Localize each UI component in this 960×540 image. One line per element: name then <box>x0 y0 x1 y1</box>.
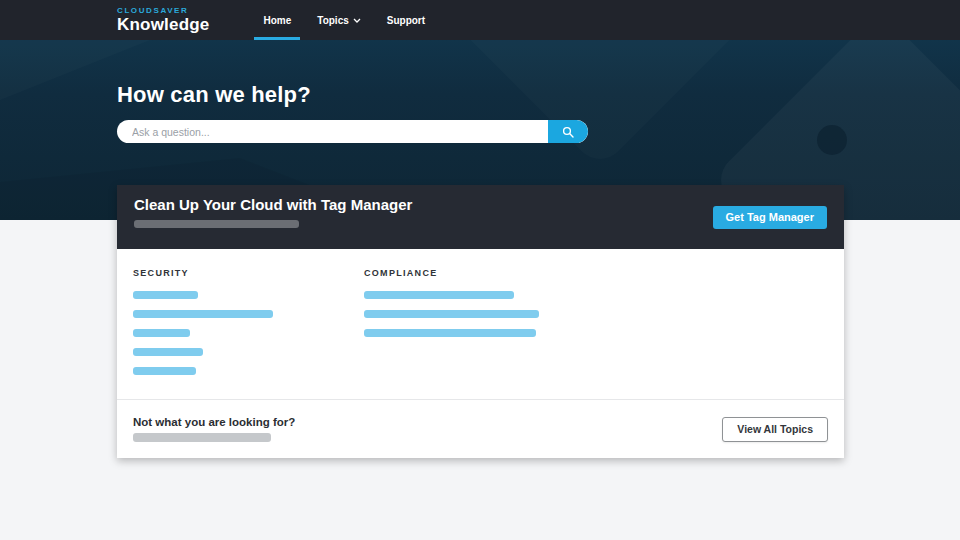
nav-item-home-label: Home <box>263 15 291 26</box>
skeleton-text-placeholder <box>133 310 273 318</box>
search-button[interactable] <box>548 120 588 143</box>
hero-title: How can we help? <box>117 82 311 108</box>
skeleton-text-placeholder <box>133 433 271 442</box>
promo-banner: Clean Up Your Cloud with Tag Manager Get… <box>117 185 844 249</box>
main-nav: Home Topics Support <box>250 0 438 40</box>
promo-banner-skeleton <box>134 220 412 228</box>
nav-item-support[interactable]: Support <box>378 0 434 40</box>
top-navbar: CLOUDSAVER Knowledge Home Topics Support <box>0 0 960 40</box>
topic-column-security: SECURITY <box>133 268 364 399</box>
skeleton-text-placeholder <box>133 291 198 299</box>
skeleton-text-placeholder <box>133 367 196 375</box>
brand-name: Knowledge <box>117 16 209 34</box>
view-all-topics-button[interactable]: View All Topics <box>722 417 828 442</box>
search-bar <box>117 120 588 143</box>
get-tag-manager-button[interactable]: Get Tag Manager <box>713 206 827 229</box>
brand-logo[interactable]: CLOUDSAVER Knowledge <box>117 0 209 40</box>
topic-column-compliance: COMPLIANCE <box>364 268 828 399</box>
skeleton-text-placeholder <box>364 291 514 299</box>
skeleton-text-placeholder <box>133 348 203 356</box>
nav-item-topics[interactable]: Topics <box>308 0 369 40</box>
promo-banner-text: Clean Up Your Cloud with Tag Manager <box>134 196 412 239</box>
nav-item-home[interactable]: Home <box>254 0 300 40</box>
footer-skeleton <box>133 433 295 442</box>
promo-banner-title: Clean Up Your Cloud with Tag Manager <box>134 196 412 213</box>
skeleton-text-placeholder <box>364 310 539 318</box>
chevron-down-icon <box>353 18 361 23</box>
topic-header-compliance: COMPLIANCE <box>364 268 828 278</box>
skeleton-text-placeholder <box>364 329 536 337</box>
skeleton-text-placeholder <box>134 220 299 228</box>
search-icon <box>562 126 574 138</box>
topics-section: SECURITY COMPLIANCE <box>117 249 844 399</box>
search-input[interactable] <box>117 120 548 143</box>
topic-header-security: SECURITY <box>133 268 364 278</box>
footer-prompt: Not what you are looking for? <box>133 416 295 428</box>
skeleton-text-placeholder <box>133 329 190 337</box>
nav-item-topics-label: Topics <box>317 15 348 26</box>
nav-item-support-label: Support <box>387 15 425 26</box>
topic-links-skeleton-security <box>133 291 364 375</box>
topic-links-skeleton-compliance <box>364 291 828 337</box>
footer-text-block: Not what you are looking for? <box>133 416 295 442</box>
content-card: Clean Up Your Cloud with Tag Manager Get… <box>117 185 844 458</box>
card-footer: Not what you are looking for? View All T… <box>117 399 844 458</box>
